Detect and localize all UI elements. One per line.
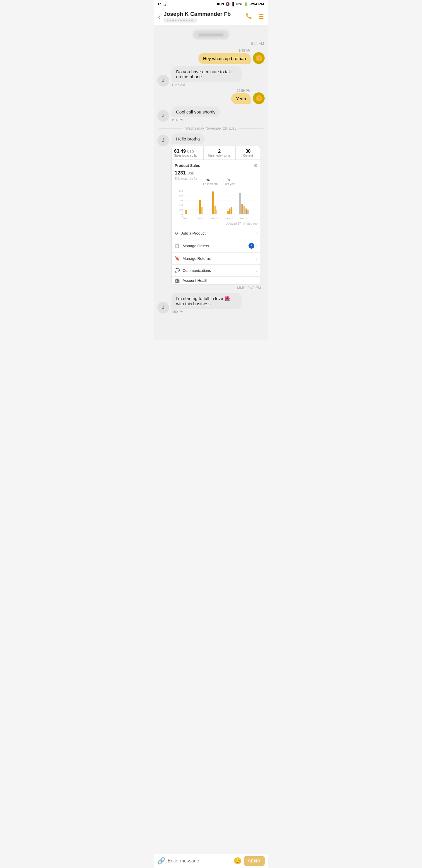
attach-button[interactable]: 🔗 [157,857,165,865]
battery-icon: 🔋 [244,2,248,6]
parking-icon: 𝗣 [158,2,161,6]
chart-updated: Updated 27 minutes ago [175,222,258,225]
mms-text: MMS [237,286,245,290]
svg-text:200: 200 [180,199,183,202]
menu-item-manage-orders[interactable]: 📋 Manage Orders 5 › [172,239,261,252]
phone-button[interactable] [245,12,252,21]
nfc-icon: N [221,2,224,6]
manage-returns-chevron-icon: › [256,256,258,261]
input-bar: 🔗 😊 SEND [154,854,268,868]
svg-rect-13 [186,210,187,214]
svg-rect-22 [231,207,232,214]
svg-rect-15 [201,207,203,214]
svg-rect-23 [239,193,241,214]
manage-orders-label: Manage Orders [183,244,249,248]
menu-item-communications[interactable]: 💬 Communications › [172,264,261,276]
chart-title-row: Product Sales ⚙ [175,163,258,168]
header-actions: ☰ [245,12,264,21]
greeting-bubble: Hello brotha [171,133,204,144]
message-time-3: 12:59 PM [237,89,251,92]
received-bubble-4: Cool call you shortly [171,106,220,117]
card-message-row: J Hello brotha 63.49 USD Sales today so … [157,133,265,290]
avatar-j-2: J [157,75,169,87]
message-row-received-last: J I'm starting to fall in love 🌺 with th… [157,293,265,313]
chart-this-month-label: This month so far [175,177,197,180]
chart-last-month-label: Last month [203,182,218,186]
screen-icon: ⬚ [162,2,166,6]
sent-text-3: Yeah [236,96,246,101]
message-time-last: 9:50 PM [171,310,184,313]
received-text-2: Do you have a minute to talk on the phon… [176,69,232,79]
communications-icon: 💬 [175,268,180,273]
contact-sub: ●●●●●●●●●● [164,18,196,23]
svg-rect-20 [227,211,229,214]
bubble-wrap-received-last: I'm starting to fall in love 🌺 with this… [171,293,242,313]
message-row-received-2: J Do you have a minute to talk on the ph… [157,66,265,87]
chart-gear-icon[interactable]: ⚙ [254,163,258,168]
chat-header: ‹ Joseph K Cammander Fb ●●●●●●●●●● ☰ [154,8,268,26]
chart-last-year: -- % Last year [224,177,236,186]
stat-units: 2 Units today so far [204,146,236,159]
chart-title: Product Sales [175,163,200,168]
message-row-sent-1: 9:58 AM Hey whats up brothaa 🌼 [157,49,265,64]
svg-text:150: 150 [180,204,183,206]
svg-text:250: 250 [180,195,183,197]
stat-current: 30 Current [236,146,261,159]
stat-sales: 63.49 USD Sales today so far [172,146,204,159]
add-product-icon: ⚙ [175,231,178,236]
account-health-icon: 🏥 [175,278,180,283]
svg-rect-19 [226,214,227,214]
svg-text:100: 100 [180,209,183,211]
svg-text:Nov 8: Nov 8 [197,217,203,219]
send-button[interactable]: SEND [244,856,265,866]
message-row-sent-3: 12:59 PM Yeah 🌼 [157,89,265,104]
bluetooth-icon: ✱ [217,2,220,6]
battery-level: 13% [235,2,242,6]
svg-rect-18 [216,210,218,214]
received-text-last: I'm starting to fall in love 🌺 with this… [176,296,230,306]
bubble-wrap-received-4: Cool call you shortly 1:14 PM [171,106,220,122]
chat-area: ●●●●●●●●●● 9:11 AM 9:58 AM Hey whats up … [154,26,268,340]
chart-last-year-pct: -- % [224,178,230,182]
svg-rect-27 [247,210,249,214]
silent-icon: 🔇 [225,2,230,6]
svg-text:Nov 22: Nov 22 [226,217,233,219]
bar-chart: 300 250 200 150 100 50 0 [175,188,258,221]
menu-button[interactable]: ☰ [258,13,264,20]
manage-returns-label: Manage Returns [183,256,256,261]
menu-item-manage-returns[interactable]: 🔖 Manage Returns › [172,252,261,264]
status-right-icons: ✱ N 🔇 ▐ 13% 🔋 9:54 PM [217,2,264,6]
bubble-wrap-sent-3: 12:59 PM Yeah [231,89,251,104]
bubble-wrap-received-2: Do you have a minute to talk on the phon… [171,66,242,87]
stat-sales-label: Sales today so far [174,154,201,157]
stats-header-row: 63.49 USD Sales today so far 2 Units tod… [172,146,261,160]
chart-last-month: -- % Last month [203,177,218,186]
stat-units-label: Units today so far [206,154,233,157]
prev-message-wrap: ●●●●●●●●●● [154,30,268,39]
back-button[interactable]: ‹ [158,12,161,22]
svg-text:300: 300 [180,190,183,192]
chart-meta: 1231 USD This month so far -- % Last mon… [175,170,258,186]
svg-rect-24 [241,204,243,214]
received-text-4: Cool call you shortly [176,110,216,114]
contact-name: Joseph K Cammander Fb [164,11,245,17]
svg-rect-16 [212,191,214,214]
message-input[interactable] [168,858,231,864]
bubble-wrap-sent: 9:58 AM Hey whats up brothaa [198,49,251,64]
orders-badge: 5 [249,243,254,249]
chart-section: Product Sales ⚙ 1231 USD This month so f… [172,160,261,227]
svg-rect-14 [199,200,201,214]
manage-orders-icon: 📋 [175,243,180,248]
add-product-chevron-icon: › [256,231,258,236]
emoji-button[interactable]: 😊 [234,857,241,865]
prev-bubble: ●●●●●●●●●● [193,30,229,39]
chart-svg: 300 250 200 150 100 50 0 [175,188,258,220]
date-separator: Wednesday, November 28, 2018 [154,126,268,130]
sent-bubble-3: Yeah [231,93,251,104]
menu-items-list: ⚙ Add a Product › 📋 Manage Orders 5 › 🔖 [172,227,261,284]
menu-item-account-health[interactable]: 🏥 Account Health [172,276,261,284]
greeting-text: Hello brotha [176,136,200,141]
menu-item-add-product[interactable]: ⚙ Add a Product › [172,227,261,239]
chart-this-month: This month so far [175,177,197,186]
status-bar: 𝗣 ⬚ ✱ N 🔇 ▐ 13% 🔋 9:54 PM [154,0,268,8]
